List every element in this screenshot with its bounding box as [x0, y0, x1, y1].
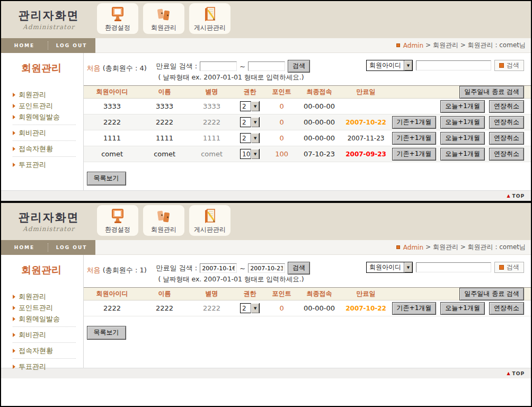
search-area: 처음 (총회원수 : 1) 만료일 검색 : ~ 검색 ( 날짜형태 ex. 2… — [84, 255, 531, 287]
filter-keyword-input[interactable] — [416, 60, 491, 70]
cell-actions: 오늘+1개월 연장취소 — [392, 100, 531, 113]
home-link[interactable]: HOME — [1, 245, 48, 250]
sidebar-item-mail[interactable]: 회원메일발송 — [13, 111, 83, 122]
first-page-link[interactable]: 처음 — [87, 64, 101, 72]
cancel-extension-button[interactable]: 연장취소 — [489, 116, 524, 129]
top-label: TOP — [512, 371, 525, 376]
week-expiry-search-button[interactable]: 일주일내 종료 검색 — [459, 86, 524, 99]
week-expiry-search-button[interactable]: 일주일내 종료 검색 — [459, 288, 524, 300]
sidebar-item-mail[interactable]: 회원메일발송 — [13, 313, 83, 324]
cell-nickname: 3333 — [189, 102, 235, 110]
sidebar-divider — [13, 326, 76, 327]
extend-today-button[interactable]: 오늘+1개월 — [440, 302, 485, 315]
filter-keyword-input[interactable] — [416, 262, 491, 272]
breadcrumb-admin[interactable]: Admin — [403, 244, 423, 251]
breadcrumb-admin[interactable]: Admin — [403, 42, 423, 49]
col-actions: 일주일내 종료 검색 — [392, 288, 531, 300]
menu-boards[interactable]: 게시판관리 — [189, 3, 230, 34]
col-expire-date: 만료일 — [340, 87, 392, 96]
logout-link[interactable]: LOG OUT — [48, 245, 95, 250]
cancel-extension-button[interactable]: 연장취소 — [489, 302, 524, 315]
arrow-right-icon — [13, 295, 15, 299]
cell-member-id: comet — [84, 150, 141, 158]
search-bullet-icon — [499, 265, 504, 270]
filter-search-button[interactable]: 검색 — [494, 60, 524, 71]
back-to-top-link[interactable]: ▲ TOP — [507, 371, 525, 376]
table-header: 회원아이디 이름 별명 권한 포인트 최종접속 만료일 일주일내 종료 검색 — [84, 85, 531, 99]
col-nickname: 별명 — [189, 289, 235, 298]
col-nickname: 별명 — [189, 87, 235, 96]
filter-field-select[interactable]: 회원아이디 ▼ — [366, 262, 413, 273]
member-count: 처음 (총회원수 : 4) — [87, 64, 147, 73]
level-value: 2 — [241, 135, 251, 142]
back-to-top-link[interactable]: ▲ TOP — [507, 193, 525, 199]
level-select[interactable]: 2▼ — [240, 101, 260, 111]
sidebar-item-points[interactable]: 포인트관리 — [13, 100, 83, 111]
search-bullet-icon — [499, 63, 504, 68]
chevron-down-icon: ▼ — [251, 149, 259, 159]
menu-members[interactable]: 회원관리 — [143, 205, 184, 236]
cell-name: 1111 — [141, 134, 189, 142]
home-link[interactable]: HOME — [1, 43, 48, 48]
sidebar-menu: 회원관리 포인트관리 회원메일발송 회비관리 접속자현황 투표관리 — [1, 89, 83, 170]
arrow-right-icon — [13, 365, 15, 369]
member-count-text: (총회원수 : 1) — [103, 266, 147, 274]
date-search-button[interactable]: 검색 — [288, 262, 310, 275]
first-page-link[interactable]: 처음 — [87, 266, 101, 274]
sidebar-item-members[interactable]: 회원관리 — [13, 89, 83, 100]
menu-members-label: 회원관리 — [151, 23, 176, 32]
arrow-right-icon — [13, 349, 15, 353]
col-actions: 일주일내 종료 검색 — [392, 86, 531, 99]
extend-keep-button[interactable]: 기존+1개월 — [392, 302, 437, 315]
level-select[interactable]: 2▼ — [240, 117, 260, 127]
extend-today-button[interactable]: 오늘+1개월 — [440, 116, 485, 129]
breadcrumb-trail: > 회원관리 > 회원관리 : comet님 — [425, 243, 526, 252]
cancel-extension-button[interactable]: 연장취소 — [489, 132, 524, 145]
extend-today-button[interactable]: 오늘+1개월 — [440, 132, 485, 145]
date-from-input[interactable] — [200, 263, 237, 273]
list-view-button[interactable]: 목록보기 — [87, 172, 126, 185]
cell-nickname: 2222 — [189, 304, 235, 312]
cell-expire-date: 2007-10-22 — [340, 119, 392, 126]
expiry-search-label: 만료일 검색 : — [156, 263, 198, 273]
board-book-pencil-icon — [201, 4, 218, 23]
cell-member-id: 2222 — [84, 304, 141, 312]
cancel-extension-button[interactable]: 연장취소 — [489, 148, 524, 161]
sidebar-item-visitors[interactable]: 접속자현황 — [13, 143, 83, 154]
sidebar-item-label: 회비관리 — [19, 128, 46, 138]
extend-keep-button[interactable]: 기존+1개월 — [392, 132, 437, 145]
level-select[interactable]: 2▼ — [240, 303, 260, 313]
date-from-input[interactable] — [200, 61, 237, 71]
app-subtitle: Administrator — [1, 225, 96, 233]
filter-field-select[interactable]: 회원아이디 ▼ — [366, 60, 413, 71]
sidebar-item-votes[interactable]: 투표관리 — [13, 159, 83, 170]
extend-keep-button[interactable]: 기존+1개월 — [392, 148, 437, 161]
date-to-input[interactable] — [248, 61, 285, 71]
list-view-button[interactable]: 목록보기 — [87, 326, 126, 340]
cancel-extension-button[interactable]: 연장취소 — [489, 100, 524, 113]
admin-screen-bottom: 관리자화면 Administrator 환경설정 회원관리 — [1, 203, 531, 406]
logout-link[interactable]: LOG OUT — [48, 43, 95, 48]
menu-settings[interactable]: 환경설정 — [97, 3, 138, 34]
extend-today-button[interactable]: 오늘+1개월 — [440, 148, 485, 161]
menu-members[interactable]: 회원관리 — [143, 3, 184, 34]
sidebar-item-members[interactable]: 회원관리 — [13, 291, 83, 302]
date-search-button[interactable]: 검색 — [288, 60, 310, 73]
sidebar-item-visitors[interactable]: 접속자현황 — [13, 345, 83, 356]
extend-today-button[interactable]: 오늘+1개월 — [440, 100, 485, 113]
sidebar-item-label: 투표관리 — [19, 362, 46, 371]
menu-settings[interactable]: 환경설정 — [97, 205, 138, 236]
extend-keep-button[interactable]: 기존+1개월 — [392, 116, 437, 129]
filter-search-button[interactable]: 검색 — [494, 262, 524, 273]
sidebar-item-label: 접속자현황 — [19, 346, 53, 356]
sidebar-item-fees[interactable]: 회비관리 — [13, 127, 83, 138]
sidebar-item-label: 포인트관리 — [19, 303, 53, 313]
menu-boards[interactable]: 게시판관리 — [189, 205, 230, 236]
sidebar-item-votes[interactable]: 투표관리 — [13, 361, 83, 372]
level-select[interactable]: 2▼ — [240, 133, 260, 143]
nav-breadcrumb-row: HOME LOG OUT Admin > 회원관리 > 회원관리 : comet… — [1, 240, 531, 255]
sidebar-item-points[interactable]: 포인트관리 — [13, 302, 83, 313]
level-select[interactable]: 10▼ — [240, 149, 260, 159]
sidebar-item-fees[interactable]: 회비관리 — [13, 329, 83, 340]
date-to-input[interactable] — [248, 263, 285, 273]
